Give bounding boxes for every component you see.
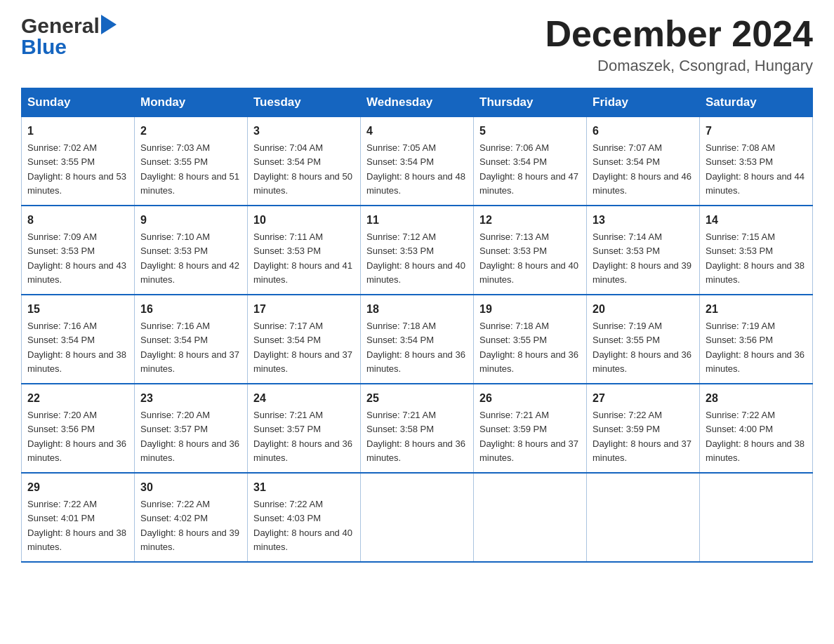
calendar-cell: 16Sunrise: 7:16 AMSunset: 3:54 PMDayligh… bbox=[135, 295, 248, 384]
day-info: Sunrise: 7:04 AMSunset: 3:54 PMDaylight:… bbox=[253, 142, 352, 196]
day-info: Sunrise: 7:02 AMSunset: 3:55 PMDaylight:… bbox=[27, 142, 126, 196]
day-info: Sunrise: 7:21 AMSunset: 3:58 PMDaylight:… bbox=[366, 410, 465, 463]
calendar-cell: 30Sunrise: 7:22 AMSunset: 4:02 PMDayligh… bbox=[135, 473, 248, 562]
day-info: Sunrise: 7:05 AMSunset: 3:54 PMDaylight:… bbox=[366, 142, 465, 196]
calendar-table: SundayMondayTuesdayWednesdayThursdayFrid… bbox=[21, 88, 813, 563]
day-info: Sunrise: 7:22 AMSunset: 3:59 PMDaylight:… bbox=[593, 410, 691, 463]
calendar-cell: 10Sunrise: 7:11 AMSunset: 3:53 PMDayligh… bbox=[248, 206, 361, 295]
calendar-cell: 27Sunrise: 7:22 AMSunset: 3:59 PMDayligh… bbox=[587, 384, 700, 473]
day-info: Sunrise: 7:17 AMSunset: 3:54 PMDaylight:… bbox=[253, 321, 352, 374]
day-info: Sunrise: 7:16 AMSunset: 3:54 PMDaylight:… bbox=[140, 321, 239, 374]
day-info: Sunrise: 7:13 AMSunset: 3:53 PMDaylight:… bbox=[479, 232, 578, 285]
logo-general: General bbox=[21, 14, 100, 38]
day-number: 30 bbox=[140, 479, 241, 496]
calendar-cell: 6Sunrise: 7:07 AMSunset: 3:54 PMDaylight… bbox=[587, 117, 700, 206]
day-number: 26 bbox=[479, 390, 581, 407]
day-number: 10 bbox=[253, 212, 355, 229]
day-number: 28 bbox=[706, 390, 807, 407]
day-number: 8 bbox=[27, 212, 128, 229]
day-number: 25 bbox=[366, 390, 468, 407]
day-number: 16 bbox=[140, 301, 241, 318]
day-number: 7 bbox=[706, 123, 807, 140]
calendar-cell: 3Sunrise: 7:04 AMSunset: 3:54 PMDaylight… bbox=[248, 117, 361, 206]
calendar-cell: 1Sunrise: 7:02 AMSunset: 3:55 PMDaylight… bbox=[22, 117, 135, 206]
logo-blue: Blue bbox=[21, 35, 67, 58]
day-number: 4 bbox=[366, 123, 468, 140]
day-info: Sunrise: 7:22 AMSunset: 4:00 PMDaylight:… bbox=[706, 410, 805, 463]
calendar-cell: 26Sunrise: 7:21 AMSunset: 3:59 PMDayligh… bbox=[474, 384, 587, 473]
day-number: 2 bbox=[140, 123, 241, 140]
day-info: Sunrise: 7:18 AMSunset: 3:54 PMDaylight:… bbox=[366, 321, 465, 374]
week-row-5: 29Sunrise: 7:22 AMSunset: 4:01 PMDayligh… bbox=[22, 473, 813, 562]
calendar-cell: 5Sunrise: 7:06 AMSunset: 3:54 PMDaylight… bbox=[474, 117, 587, 206]
calendar-cell bbox=[474, 473, 587, 562]
calendar-cell: 12Sunrise: 7:13 AMSunset: 3:53 PMDayligh… bbox=[474, 206, 587, 295]
day-number: 6 bbox=[593, 123, 694, 140]
day-info: Sunrise: 7:11 AMSunset: 3:53 PMDaylight:… bbox=[253, 232, 352, 285]
calendar-cell: 14Sunrise: 7:15 AMSunset: 3:53 PMDayligh… bbox=[700, 206, 813, 295]
week-row-1: 1Sunrise: 7:02 AMSunset: 3:55 PMDaylight… bbox=[22, 117, 813, 206]
day-number: 5 bbox=[479, 123, 581, 140]
day-info: Sunrise: 7:12 AMSunset: 3:53 PMDaylight:… bbox=[366, 232, 465, 285]
calendar-cell: 13Sunrise: 7:14 AMSunset: 3:53 PMDayligh… bbox=[587, 206, 700, 295]
day-info: Sunrise: 7:08 AMSunset: 3:53 PMDaylight:… bbox=[706, 142, 805, 196]
day-info: Sunrise: 7:22 AMSunset: 4:03 PMDaylight:… bbox=[253, 499, 352, 552]
day-info: Sunrise: 7:18 AMSunset: 3:55 PMDaylight:… bbox=[479, 321, 578, 374]
day-number: 11 bbox=[366, 212, 468, 229]
day-number: 20 bbox=[593, 301, 694, 318]
day-number: 15 bbox=[27, 301, 128, 318]
day-number: 13 bbox=[593, 212, 694, 229]
calendar-cell bbox=[361, 473, 474, 562]
day-info: Sunrise: 7:20 AMSunset: 3:56 PMDaylight:… bbox=[27, 410, 126, 463]
day-info: Sunrise: 7:22 AMSunset: 4:01 PMDaylight:… bbox=[27, 499, 126, 552]
calendar-cell: 8Sunrise: 7:09 AMSunset: 3:53 PMDaylight… bbox=[22, 206, 135, 295]
calendar-cell: 17Sunrise: 7:17 AMSunset: 3:54 PMDayligh… bbox=[248, 295, 361, 384]
day-info: Sunrise: 7:07 AMSunset: 3:54 PMDaylight:… bbox=[593, 142, 691, 196]
calendar-header-row: SundayMondayTuesdayWednesdayThursdayFrid… bbox=[22, 88, 813, 117]
logo: General Blue bbox=[21, 14, 117, 59]
day-info: Sunrise: 7:20 AMSunset: 3:57 PMDaylight:… bbox=[140, 410, 239, 463]
day-info: Sunrise: 7:21 AMSunset: 3:59 PMDaylight:… bbox=[479, 410, 578, 463]
day-number: 12 bbox=[479, 212, 581, 229]
calendar-cell: 28Sunrise: 7:22 AMSunset: 4:00 PMDayligh… bbox=[700, 384, 813, 473]
calendar-cell: 31Sunrise: 7:22 AMSunset: 4:03 PMDayligh… bbox=[248, 473, 361, 562]
calendar-cell: 11Sunrise: 7:12 AMSunset: 3:53 PMDayligh… bbox=[361, 206, 474, 295]
month-title: December 2024 bbox=[545, 14, 813, 54]
week-row-2: 8Sunrise: 7:09 AMSunset: 3:53 PMDaylight… bbox=[22, 206, 813, 295]
calendar-cell: 23Sunrise: 7:20 AMSunset: 3:57 PMDayligh… bbox=[135, 384, 248, 473]
svg-marker-0 bbox=[101, 15, 117, 34]
day-info: Sunrise: 7:22 AMSunset: 4:02 PMDaylight:… bbox=[140, 499, 239, 552]
day-info: Sunrise: 7:09 AMSunset: 3:53 PMDaylight:… bbox=[27, 232, 126, 285]
calendar-cell: 24Sunrise: 7:21 AMSunset: 3:57 PMDayligh… bbox=[248, 384, 361, 473]
calendar-cell: 18Sunrise: 7:18 AMSunset: 3:54 PMDayligh… bbox=[361, 295, 474, 384]
header-saturday: Saturday bbox=[700, 88, 813, 117]
calendar-cell: 19Sunrise: 7:18 AMSunset: 3:55 PMDayligh… bbox=[474, 295, 587, 384]
calendar-cell bbox=[700, 473, 813, 562]
calendar-cell: 7Sunrise: 7:08 AMSunset: 3:53 PMDaylight… bbox=[700, 117, 813, 206]
day-info: Sunrise: 7:15 AMSunset: 3:53 PMDaylight:… bbox=[706, 232, 805, 285]
day-number: 21 bbox=[706, 301, 807, 318]
day-info: Sunrise: 7:16 AMSunset: 3:54 PMDaylight:… bbox=[27, 321, 126, 374]
calendar-cell: 29Sunrise: 7:22 AMSunset: 4:01 PMDayligh… bbox=[22, 473, 135, 562]
day-info: Sunrise: 7:10 AMSunset: 3:53 PMDaylight:… bbox=[140, 232, 239, 285]
title-block: December 2024 Domaszek, Csongrad, Hungar… bbox=[545, 14, 813, 75]
calendar-cell: 22Sunrise: 7:20 AMSunset: 3:56 PMDayligh… bbox=[22, 384, 135, 473]
day-number: 31 bbox=[253, 479, 355, 496]
day-number: 22 bbox=[27, 390, 128, 407]
header-friday: Friday bbox=[587, 88, 700, 117]
calendar-cell: 15Sunrise: 7:16 AMSunset: 3:54 PMDayligh… bbox=[22, 295, 135, 384]
day-number: 3 bbox=[253, 123, 355, 140]
header-sunday: Sunday bbox=[22, 88, 135, 117]
week-row-3: 15Sunrise: 7:16 AMSunset: 3:54 PMDayligh… bbox=[22, 295, 813, 384]
day-info: Sunrise: 7:19 AMSunset: 3:56 PMDaylight:… bbox=[706, 321, 805, 374]
calendar-cell: 21Sunrise: 7:19 AMSunset: 3:56 PMDayligh… bbox=[700, 295, 813, 384]
day-number: 9 bbox=[140, 212, 241, 229]
day-info: Sunrise: 7:21 AMSunset: 3:57 PMDaylight:… bbox=[253, 410, 352, 463]
day-info: Sunrise: 7:06 AMSunset: 3:54 PMDaylight:… bbox=[479, 142, 578, 196]
header-monday: Monday bbox=[135, 88, 248, 117]
day-info: Sunrise: 7:19 AMSunset: 3:55 PMDaylight:… bbox=[593, 321, 691, 374]
calendar-cell: 2Sunrise: 7:03 AMSunset: 3:55 PMDaylight… bbox=[135, 117, 248, 206]
calendar-cell bbox=[587, 473, 700, 562]
week-row-4: 22Sunrise: 7:20 AMSunset: 3:56 PMDayligh… bbox=[22, 384, 813, 473]
day-number: 23 bbox=[140, 390, 241, 407]
